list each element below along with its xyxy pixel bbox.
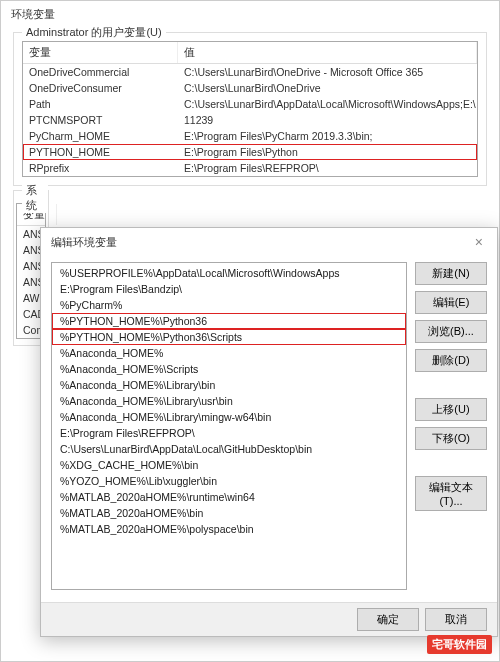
list-item[interactable]: %MATLAB_2020aHOME%\runtime\win64 bbox=[52, 489, 406, 505]
var-value: C:\Users\LunarBird\OneDrive - Microsoft … bbox=[178, 64, 477, 80]
var-value: 11239 bbox=[178, 112, 477, 128]
dialog-footer: 确定 取消 bbox=[41, 602, 497, 636]
list-item[interactable]: E:\Program Files\REFPROP\ bbox=[52, 425, 406, 441]
list-item[interactable]: %Anaconda_HOME%\Scripts bbox=[52, 361, 406, 377]
var-value: C:\Users\LunarBird\AppData\Local\Microso… bbox=[178, 96, 477, 112]
list-item[interactable]: %PYTHON_HOME%\Python36 bbox=[52, 313, 406, 329]
list-item[interactable]: %USERPROFILE%\AppData\Local\Microsoft\Wi… bbox=[52, 265, 406, 281]
table-row[interactable]: OneDriveConsumerC:\Users\LunarBird\OneDr… bbox=[23, 80, 477, 96]
var-name: PyCharm_HOME bbox=[23, 128, 178, 144]
table-row[interactable]: PyCharm_HOMEE:\Program Files\PyCharm 201… bbox=[23, 128, 477, 144]
var-value: E:\Program Files\REFPROP\ bbox=[178, 160, 477, 176]
list-item[interactable]: %XDG_CACHE_HOME%\bin bbox=[52, 457, 406, 473]
user-vars-group: Adminstrator 的用户变量(U) 变量 值 OneDriveComme… bbox=[13, 32, 487, 186]
table-row[interactable]: OneDriveCommercialC:\Users\LunarBird\One… bbox=[23, 64, 477, 80]
path-list[interactable]: %USERPROFILE%\AppData\Local\Microsoft\Wi… bbox=[51, 262, 407, 590]
move-down-button[interactable]: 下移(O) bbox=[415, 427, 487, 450]
table-row[interactable]: PathC:\Users\LunarBird\AppData\Local\Mic… bbox=[23, 96, 477, 112]
list-item[interactable]: %Anaconda_HOME%\Library\mingw-w64\bin bbox=[52, 409, 406, 425]
table-header: 变量 值 bbox=[23, 42, 477, 64]
var-name: PTCNMSPORT bbox=[23, 112, 178, 128]
var-value: E:\Program Files\PyCharm 2019.3.3\bin; bbox=[178, 128, 477, 144]
column-value[interactable]: 值 bbox=[178, 42, 477, 63]
move-up-button[interactable]: 上移(U) bbox=[415, 398, 487, 421]
table-row[interactable]: RPprefixE:\Program Files\REFPROP\ bbox=[23, 160, 477, 176]
cancel-button[interactable]: 取消 bbox=[425, 608, 487, 631]
list-item[interactable]: %MATLAB_2020aHOME%\bin bbox=[52, 505, 406, 521]
list-item[interactable]: %Anaconda_HOME%\Library\bin bbox=[52, 377, 406, 393]
list-item[interactable]: %PyCharm% bbox=[52, 297, 406, 313]
list-item[interactable]: %Anaconda_HOME%\Library\usr\bin bbox=[52, 393, 406, 409]
watermark: 宅哥软件园 bbox=[427, 635, 492, 654]
var-name: OneDriveCommercial bbox=[23, 64, 178, 80]
var-value: C:\Users\LunarBird\OneDrive bbox=[178, 80, 477, 96]
browse-button[interactable]: 浏览(B)... bbox=[415, 320, 487, 343]
var-name: Path bbox=[23, 96, 178, 112]
list-item[interactable]: %YOZO_HOME%\Lib\xuggler\bin bbox=[52, 473, 406, 489]
system-vars-label: 系统 bbox=[22, 183, 48, 213]
list-item[interactable]: E:\Program Files\Bandzip\ bbox=[52, 281, 406, 297]
var-value: E:\Program Files\Python bbox=[178, 144, 477, 160]
close-icon[interactable]: × bbox=[471, 234, 487, 250]
edit-env-var-dialog: 编辑环境变量 × %USERPROFILE%\AppData\Local\Mic… bbox=[40, 227, 498, 637]
var-name: OneDriveConsumer bbox=[23, 80, 178, 96]
list-item[interactable]: %MATLAB_2020aHOME%\polyspace\bin bbox=[52, 521, 406, 537]
edit-text-button[interactable]: 编辑文本(T)... bbox=[415, 476, 487, 511]
column-variable[interactable]: 变量 bbox=[23, 42, 178, 63]
dialog-buttons: 新建(N) 编辑(E) 浏览(B)... 删除(D) 上移(U) 下移(O) 编… bbox=[415, 262, 487, 590]
table-row[interactable]: PYTHON_HOMEE:\Program Files\Python bbox=[23, 144, 477, 160]
user-vars-table[interactable]: 变量 值 OneDriveCommercialC:\Users\LunarBir… bbox=[22, 41, 478, 177]
delete-button[interactable]: 删除(D) bbox=[415, 349, 487, 372]
new-button[interactable]: 新建(N) bbox=[415, 262, 487, 285]
ok-button[interactable]: 确定 bbox=[357, 608, 419, 631]
list-item[interactable]: %Anaconda_HOME% bbox=[52, 345, 406, 361]
list-item[interactable]: %PYTHON_HOME%\Python36\Scripts bbox=[52, 329, 406, 345]
var-name: PYTHON_HOME bbox=[23, 144, 178, 160]
window-title: 环境变量 bbox=[1, 1, 499, 28]
dialog-title: 编辑环境变量 bbox=[51, 235, 117, 250]
dialog-titlebar: 编辑环境变量 × bbox=[41, 228, 497, 256]
edit-button[interactable]: 编辑(E) bbox=[415, 291, 487, 314]
var-name: RPprefix bbox=[23, 160, 178, 176]
user-vars-label: Adminstrator 的用户变量(U) bbox=[22, 25, 166, 40]
table-row[interactable]: PTCNMSPORT11239 bbox=[23, 112, 477, 128]
list-item[interactable]: C:\Users\LunarBird\AppData\Local\GitHubD… bbox=[52, 441, 406, 457]
